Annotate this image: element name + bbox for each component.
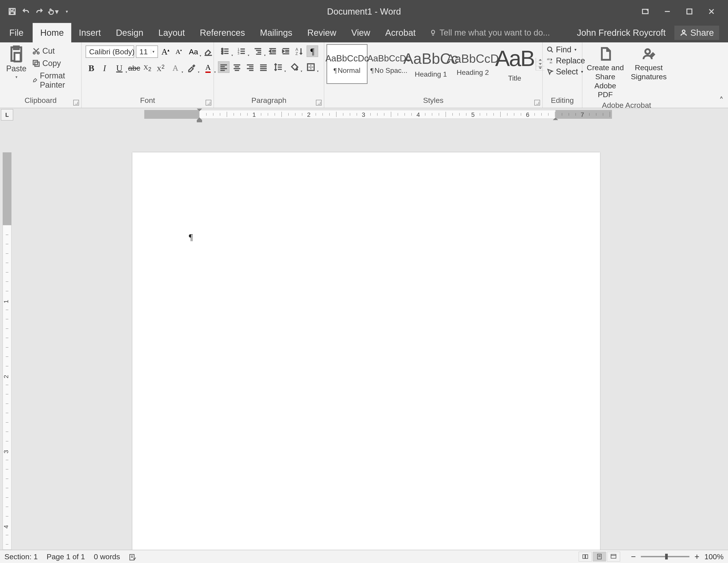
group-paragraph: ▾ 123▾ ▾ AZ ¶ ▾ ▾ ▾ P	[214, 42, 324, 108]
paste-button[interactable]: Paste ▾	[4, 45, 29, 79]
align-center-button[interactable]	[231, 61, 243, 73]
line-spacing-button[interactable]: ▾	[271, 61, 285, 73]
status-section[interactable]: Section: 1	[4, 552, 38, 561]
status-proofing[interactable]	[129, 552, 136, 561]
cut-button[interactable]: Cut	[31, 45, 77, 56]
borders-button[interactable]: ▾	[304, 61, 318, 73]
tab-references[interactable]: References	[192, 23, 253, 42]
align-right-button[interactable]	[244, 61, 256, 73]
numbering-button[interactable]: 123▾	[234, 45, 249, 57]
grow-font-button[interactable]: A▴	[160, 46, 171, 57]
decrease-indent-button[interactable]	[267, 45, 278, 57]
redo-button[interactable]	[34, 6, 45, 17]
create-share-pdf-button[interactable]: Create and Share Adobe PDF	[586, 47, 624, 99]
style-title[interactable]: AaBTitle	[494, 44, 535, 84]
group-label-font: Font	[140, 96, 155, 104]
close-button[interactable]	[704, 6, 719, 17]
tab-acrobat[interactable]: Acrobat	[378, 23, 423, 42]
strikethrough-button[interactable]: abc	[128, 62, 140, 74]
styles-dialog-launcher[interactable]	[534, 100, 540, 105]
status-words[interactable]: 0 words	[94, 552, 120, 561]
subscript-button[interactable]: X2	[142, 62, 153, 74]
first-line-indent-marker[interactable]	[197, 109, 202, 111]
style-normal[interactable]: AaBbCcDc¶Normal	[326, 44, 368, 84]
font-dialog-launcher[interactable]	[206, 100, 211, 105]
collapse-ribbon-button[interactable]: ˄	[719, 95, 724, 105]
read-mode-button[interactable]	[579, 552, 592, 561]
italic-button[interactable]: I	[99, 62, 110, 74]
bullet-list-icon	[221, 47, 230, 56]
svg-text:ac: ac	[550, 61, 552, 64]
superscript-button[interactable]: X2	[155, 62, 166, 74]
replace-button[interactable]: abacReplace	[547, 56, 585, 65]
minimize-button[interactable]	[660, 6, 675, 17]
pdf-icon	[598, 47, 612, 61]
web-layout-button[interactable]	[607, 552, 620, 561]
tab-design[interactable]: Design	[108, 23, 151, 42]
tab-review[interactable]: Review	[300, 23, 344, 42]
print-layout-button[interactable]	[593, 552, 606, 561]
paragraph-mark: ¶	[189, 232, 193, 242]
zoom-slider[interactable]	[641, 556, 689, 557]
zoom-level[interactable]: 100%	[704, 552, 724, 561]
user-name[interactable]: John Fredrick Roycroft	[577, 28, 666, 38]
undo-button[interactable]	[20, 6, 31, 17]
copy-button[interactable]: Copy	[31, 58, 77, 69]
request-signatures-button[interactable]: Request Signatures	[631, 47, 667, 81]
tab-home[interactable]: Home	[33, 23, 71, 42]
tab-layout[interactable]: Layout	[151, 23, 192, 42]
sort-button[interactable]: AZ	[293, 45, 305, 57]
style-heading-2[interactable]: AaBbCcDHeading 2	[452, 44, 493, 84]
text-effects-button[interactable]: A▾	[168, 62, 183, 74]
show-hide-button[interactable]: ¶	[307, 45, 318, 57]
format-painter-button[interactable]: Format Painter	[31, 70, 77, 90]
justify-button[interactable]	[258, 61, 269, 73]
tab-view[interactable]: View	[344, 23, 378, 42]
maximize-button[interactable]	[682, 6, 697, 17]
svg-point-20	[221, 53, 223, 54]
tab-mailings[interactable]: Mailings	[252, 23, 300, 42]
shading-button[interactable]: ▾	[287, 61, 302, 73]
ribbon-display-options-button[interactable]	[638, 6, 653, 17]
hanging-indent-marker[interactable]	[197, 117, 202, 120]
view-buttons	[579, 552, 620, 561]
highlight-button[interactable]: ▾	[184, 62, 199, 74]
font-color-button[interactable]: A▾	[201, 62, 215, 74]
status-page[interactable]: Page 1 of 1	[47, 552, 85, 561]
right-indent-marker[interactable]	[553, 117, 558, 120]
group-editing: Find▾ abacReplace Select▾ Editing	[543, 42, 582, 108]
align-left-button[interactable]	[218, 61, 229, 73]
zoom-in-button[interactable]: +	[692, 552, 701, 561]
multilevel-list-button[interactable]: ▾	[251, 45, 265, 57]
save-button[interactable]	[7, 6, 18, 17]
clear-formatting-button[interactable]	[203, 46, 214, 57]
tell-me-search[interactable]: Tell me what you want to do...	[430, 23, 550, 42]
font-name-combo[interactable]: Calibri (Body)▾	[86, 45, 134, 58]
select-button[interactable]: Select▾	[547, 67, 585, 76]
tab-file[interactable]: File	[0, 23, 33, 42]
find-button[interactable]: Find▾	[547, 45, 585, 54]
zoom-out-button[interactable]: −	[629, 552, 638, 561]
paragraph-dialog-launcher[interactable]	[316, 100, 322, 105]
tab-insert[interactable]: Insert	[71, 23, 108, 42]
style-heading-1[interactable]: AaBbCcHeading 1	[410, 44, 451, 84]
bullets-button[interactable]: ▾	[218, 45, 233, 57]
font-size-combo[interactable]: 11▾	[136, 45, 158, 58]
tab-selector[interactable]: L	[1, 109, 13, 120]
page[interactable]: ¶	[132, 152, 600, 550]
change-case-button[interactable]: Aa▾	[186, 46, 201, 57]
vertical-ruler[interactable]: 1234	[1, 121, 13, 550]
horizontal-ruler[interactable]: 1234567	[14, 110, 728, 121]
bold-button[interactable]: B	[86, 62, 97, 74]
svg-rect-5	[687, 9, 692, 14]
share-button[interactable]: Share	[674, 26, 719, 40]
increase-indent-button[interactable]	[280, 45, 292, 57]
qat-customize-button[interactable]: ▾	[61, 6, 72, 17]
svg-rect-1	[11, 9, 13, 11]
document-canvas[interactable]: ¶	[13, 121, 728, 550]
clipboard-dialog-launcher[interactable]	[73, 100, 79, 105]
shrink-font-button[interactable]: A▾	[173, 46, 184, 57]
underline-button[interactable]: U▾	[112, 62, 127, 74]
lightbulb-icon	[430, 29, 436, 36]
touch-mode-button[interactable]: ▾	[48, 6, 59, 17]
